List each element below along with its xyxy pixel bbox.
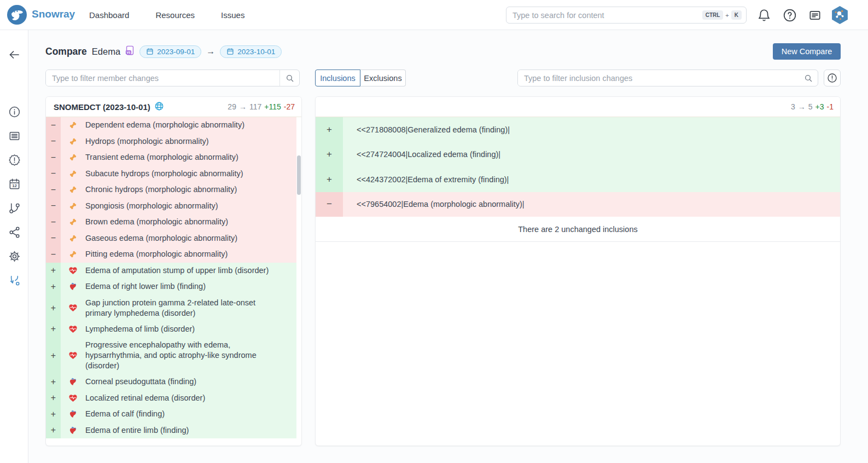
bone-icon [61, 201, 85, 211]
sidebar-item-alert-badge[interactable] [8, 155, 21, 167]
bone-icon [61, 169, 85, 178]
inclusion-row[interactable]: +<<424372002|Edema of extremity (finding… [316, 167, 840, 192]
member-row[interactable]: +Edema of amputation stump of upper limb… [46, 263, 296, 279]
info-alert-button[interactable] [824, 70, 841, 86]
snowray-logo-icon[interactable] [7, 4, 27, 25]
nav-dashboard[interactable]: Dashboard [89, 10, 129, 20]
scrollbar-track[interactable] [296, 117, 301, 446]
member-label: Gap junction protein gamma 2-related lat… [85, 295, 274, 321]
member-label: Pitting edema (morphologic abnormality) [85, 246, 228, 262]
top-bar: Snowray Dashboard Resources Issues CTRL … [0, 0, 868, 30]
search-icon[interactable] [799, 70, 818, 86]
bone-icon [61, 250, 85, 259]
concept-name: Edema [92, 47, 120, 57]
date-from-chip[interactable]: 2023-09-01 [139, 45, 201, 58]
bone-icon [61, 120, 85, 130]
new-compare-button[interactable]: New Compare [773, 43, 841, 60]
date-from-value: 2023-09-01 [157, 48, 195, 56]
date-to-chip[interactable]: 2023-10-01 [220, 45, 282, 58]
compare-arrows-icon [8, 274, 21, 289]
stat-added: +3 [815, 102, 824, 111]
svg-text:12: 12 [12, 183, 17, 188]
tab-exclusions[interactable]: Exclusions [360, 70, 406, 86]
tab-inclusions[interactable]: Inclusions [315, 70, 360, 86]
nav-resources[interactable]: Resources [155, 10, 195, 20]
sidebar-item-share[interactable] [8, 227, 21, 240]
member-row[interactable]: +Edema of entire limb (finding) [46, 423, 296, 439]
main-nav: Dashboard Resources Issues [89, 0, 244, 30]
inclusion-panel-header: 3 → 5 +3 -1 [316, 97, 840, 117]
shortcut-ctrl-key: CTRL [702, 10, 724, 20]
member-label: Transient edema (morphologic abnormality… [85, 149, 238, 165]
member-label: Localized retinal edema (disorder) [85, 390, 205, 406]
member-label: Edema of amputation stump of upper limb … [85, 263, 269, 279]
inclusion-row[interactable]: +<<274724004|Localized edema (finding)| [316, 142, 840, 167]
date-to-value: 2023-10-01 [237, 48, 275, 56]
added-plus-sign: + [46, 423, 61, 439]
settings-gear-icon [8, 250, 21, 265]
inclusion-exclusion-tabs: Inclusions Exclusions [315, 70, 406, 86]
member-row[interactable]: −Gaseous edema (morphologic abnormality) [46, 230, 296, 247]
nav-issues[interactable]: Issues [221, 10, 244, 20]
member-filter[interactable] [45, 70, 300, 86]
user-avatar[interactable] [830, 5, 849, 25]
member-row[interactable]: +Corneal pseudoguttata (finding) [46, 374, 296, 390]
stat-from: 29 [228, 102, 236, 111]
sidebar-icon-list: 12 [0, 107, 28, 288]
member-row[interactable]: −Pitting edema (morphologic abnormality) [46, 246, 296, 263]
member-label: Corneal pseudoguttata (finding) [85, 374, 196, 390]
inclusion-filter[interactable] [517, 70, 818, 86]
member-row[interactable]: +Lymphedema of limb (disorder) [46, 321, 296, 338]
global-search-input[interactable] [512, 11, 702, 20]
member-row[interactable]: +Progressive encephalopathy with edema, … [46, 337, 296, 374]
inclusion-row[interactable]: −<<79654002|Edema (morphologic abnormali… [316, 192, 840, 217]
vs-badge-icon: vs [125, 45, 135, 58]
git-branch-icon [8, 202, 21, 217]
bone-icon [61, 137, 85, 146]
bone-icon [61, 217, 85, 227]
notifications-bell-icon[interactable] [757, 8, 771, 22]
inclusion-expression: <<79654002|Edema (morphologic abnormalit… [343, 200, 525, 209]
inclusion-filter-input[interactable] [518, 70, 799, 86]
search-icon[interactable] [279, 70, 299, 86]
bone-icon [61, 185, 85, 194]
help-icon[interactable] [783, 8, 797, 22]
global-search[interactable]: CTRL + K [506, 7, 747, 24]
member-row[interactable]: +Localized retinal edema (disorder) [46, 390, 296, 407]
member-panel-header: SNOMEDCT (2023-10-01) 29 → 117 +115 -27 [46, 97, 301, 117]
main-content: Compare Edema vs 2023-09-01 → 2023-10-01… [28, 30, 868, 463]
member-row[interactable]: −Dependent edema (morphologic abnormalit… [46, 117, 296, 134]
stat-added: +115 [264, 102, 281, 111]
member-row[interactable]: +Gap junction protein gamma 2-related la… [46, 295, 296, 321]
sidebar-item-settings-gear[interactable] [8, 251, 21, 264]
member-row[interactable]: −Transient edema (morphologic abnormalit… [46, 149, 296, 166]
scrollbar-thumb[interactable] [297, 155, 301, 195]
sidebar-item-info[interactable] [8, 107, 21, 119]
member-row[interactable]: −Spongiosis (morphologic abnormality) [46, 198, 296, 215]
svg-text:vs: vs [127, 50, 131, 54]
removed-minus-sign: − [46, 117, 61, 134]
page-title: Compare [45, 46, 87, 57]
member-row[interactable]: −Hydrops (morphologic abnormality) [46, 134, 296, 150]
member-row[interactable]: −Chronic hydrops (morphologic abnormalit… [46, 182, 296, 198]
back-arrow-icon[interactable] [8, 48, 21, 61]
left-sidebar: 12 [0, 30, 28, 463]
inclusion-row[interactable]: +<<271808008|Generalized edema (finding)… [316, 117, 840, 142]
member-row[interactable]: +Edema of calf (finding) [46, 406, 296, 423]
sidebar-item-compare-arrows[interactable] [8, 275, 21, 288]
sidebar-item-document[interactable] [8, 131, 21, 143]
added-plus-sign: + [316, 142, 343, 167]
sidebar-item-calendar-12[interactable]: 12 [8, 179, 21, 192]
member-stats: 29 → 117 +115 -27 [228, 102, 295, 111]
member-filter-input[interactable] [46, 70, 279, 86]
member-row[interactable]: +Edema of right lower limb (finding) [46, 279, 296, 295]
member-row[interactable]: −Brown edema (morphologic abnormality) [46, 214, 296, 230]
unchanged-inclusions-note: There are 2 unchanged inclusions [316, 217, 840, 242]
inclusion-stats: 3 → 5 +3 -1 [791, 102, 834, 111]
sidebar-item-git-branch[interactable] [8, 203, 21, 216]
stat-to: 5 [808, 102, 813, 111]
brand-name[interactable]: Snowray [32, 8, 75, 20]
member-row[interactable]: −Subacute hydrops (morphologic abnormali… [46, 166, 296, 182]
removed-minus-sign: − [46, 182, 61, 198]
news-icon[interactable] [808, 8, 822, 22]
